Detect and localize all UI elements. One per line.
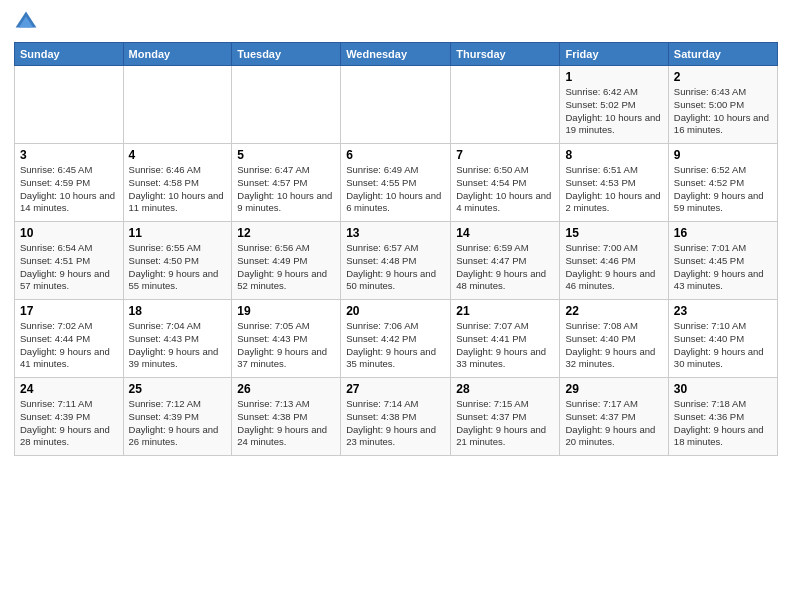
day-cell: 19Sunrise: 7:05 AM Sunset: 4:43 PM Dayli… [232,300,341,378]
day-cell: 26Sunrise: 7:13 AM Sunset: 4:38 PM Dayli… [232,378,341,456]
day-cell: 20Sunrise: 7:06 AM Sunset: 4:42 PM Dayli… [341,300,451,378]
day-info: Sunrise: 7:13 AM Sunset: 4:38 PM Dayligh… [237,398,335,449]
day-number: 30 [674,382,772,396]
day-info: Sunrise: 6:54 AM Sunset: 4:51 PM Dayligh… [20,242,118,293]
day-number: 28 [456,382,554,396]
day-number: 21 [456,304,554,318]
day-info: Sunrise: 6:43 AM Sunset: 5:00 PM Dayligh… [674,86,772,137]
day-cell [123,66,232,144]
day-cell: 1Sunrise: 6:42 AM Sunset: 5:02 PM Daylig… [560,66,668,144]
day-cell: 12Sunrise: 6:56 AM Sunset: 4:49 PM Dayli… [232,222,341,300]
weekday-header-monday: Monday [123,43,232,66]
day-number: 11 [129,226,227,240]
day-info: Sunrise: 7:06 AM Sunset: 4:42 PM Dayligh… [346,320,445,371]
day-cell [232,66,341,144]
day-number: 18 [129,304,227,318]
day-info: Sunrise: 7:15 AM Sunset: 4:37 PM Dayligh… [456,398,554,449]
day-number: 6 [346,148,445,162]
day-cell: 10Sunrise: 6:54 AM Sunset: 4:51 PM Dayli… [15,222,124,300]
day-cell: 27Sunrise: 7:14 AM Sunset: 4:38 PM Dayli… [341,378,451,456]
logo [14,10,42,34]
day-number: 19 [237,304,335,318]
day-number: 17 [20,304,118,318]
day-info: Sunrise: 6:46 AM Sunset: 4:58 PM Dayligh… [129,164,227,215]
day-number: 16 [674,226,772,240]
weekday-header-row: SundayMondayTuesdayWednesdayThursdayFrid… [15,43,778,66]
day-info: Sunrise: 7:14 AM Sunset: 4:38 PM Dayligh… [346,398,445,449]
day-info: Sunrise: 7:08 AM Sunset: 4:40 PM Dayligh… [565,320,662,371]
day-cell: 15Sunrise: 7:00 AM Sunset: 4:46 PM Dayli… [560,222,668,300]
day-cell [451,66,560,144]
day-info: Sunrise: 6:50 AM Sunset: 4:54 PM Dayligh… [456,164,554,215]
day-info: Sunrise: 6:47 AM Sunset: 4:57 PM Dayligh… [237,164,335,215]
day-number: 27 [346,382,445,396]
day-info: Sunrise: 7:00 AM Sunset: 4:46 PM Dayligh… [565,242,662,293]
day-cell: 18Sunrise: 7:04 AM Sunset: 4:43 PM Dayli… [123,300,232,378]
week-row-2: 3Sunrise: 6:45 AM Sunset: 4:59 PM Daylig… [15,144,778,222]
day-info: Sunrise: 7:18 AM Sunset: 4:36 PM Dayligh… [674,398,772,449]
day-number: 3 [20,148,118,162]
day-number: 25 [129,382,227,396]
week-row-3: 10Sunrise: 6:54 AM Sunset: 4:51 PM Dayli… [15,222,778,300]
day-info: Sunrise: 6:52 AM Sunset: 4:52 PM Dayligh… [674,164,772,215]
day-cell: 13Sunrise: 6:57 AM Sunset: 4:48 PM Dayli… [341,222,451,300]
day-number: 4 [129,148,227,162]
day-info: Sunrise: 7:01 AM Sunset: 4:45 PM Dayligh… [674,242,772,293]
day-info: Sunrise: 7:05 AM Sunset: 4:43 PM Dayligh… [237,320,335,371]
weekday-header-saturday: Saturday [668,43,777,66]
day-number: 22 [565,304,662,318]
day-number: 12 [237,226,335,240]
day-info: Sunrise: 7:07 AM Sunset: 4:41 PM Dayligh… [456,320,554,371]
day-info: Sunrise: 7:02 AM Sunset: 4:44 PM Dayligh… [20,320,118,371]
day-number: 10 [20,226,118,240]
day-cell: 6Sunrise: 6:49 AM Sunset: 4:55 PM Daylig… [341,144,451,222]
weekday-header-wednesday: Wednesday [341,43,451,66]
day-cell: 7Sunrise: 6:50 AM Sunset: 4:54 PM Daylig… [451,144,560,222]
day-number: 7 [456,148,554,162]
day-number: 14 [456,226,554,240]
weekday-header-tuesday: Tuesday [232,43,341,66]
day-info: Sunrise: 6:42 AM Sunset: 5:02 PM Dayligh… [565,86,662,137]
day-info: Sunrise: 6:45 AM Sunset: 4:59 PM Dayligh… [20,164,118,215]
day-number: 23 [674,304,772,318]
day-info: Sunrise: 6:57 AM Sunset: 4:48 PM Dayligh… [346,242,445,293]
weekday-header-sunday: Sunday [15,43,124,66]
page-header [14,10,778,34]
day-cell: 23Sunrise: 7:10 AM Sunset: 4:40 PM Dayli… [668,300,777,378]
day-number: 24 [20,382,118,396]
day-info: Sunrise: 7:10 AM Sunset: 4:40 PM Dayligh… [674,320,772,371]
week-row-4: 17Sunrise: 7:02 AM Sunset: 4:44 PM Dayli… [15,300,778,378]
day-info: Sunrise: 7:11 AM Sunset: 4:39 PM Dayligh… [20,398,118,449]
day-cell [15,66,124,144]
day-cell: 24Sunrise: 7:11 AM Sunset: 4:39 PM Dayli… [15,378,124,456]
day-number: 15 [565,226,662,240]
day-cell: 11Sunrise: 6:55 AM Sunset: 4:50 PM Dayli… [123,222,232,300]
day-cell: 9Sunrise: 6:52 AM Sunset: 4:52 PM Daylig… [668,144,777,222]
week-row-1: 1Sunrise: 6:42 AM Sunset: 5:02 PM Daylig… [15,66,778,144]
day-cell [341,66,451,144]
day-cell: 8Sunrise: 6:51 AM Sunset: 4:53 PM Daylig… [560,144,668,222]
day-cell: 28Sunrise: 7:15 AM Sunset: 4:37 PM Dayli… [451,378,560,456]
day-cell: 14Sunrise: 6:59 AM Sunset: 4:47 PM Dayli… [451,222,560,300]
day-info: Sunrise: 6:55 AM Sunset: 4:50 PM Dayligh… [129,242,227,293]
week-row-5: 24Sunrise: 7:11 AM Sunset: 4:39 PM Dayli… [15,378,778,456]
day-info: Sunrise: 7:17 AM Sunset: 4:37 PM Dayligh… [565,398,662,449]
day-number: 29 [565,382,662,396]
day-cell: 3Sunrise: 6:45 AM Sunset: 4:59 PM Daylig… [15,144,124,222]
day-cell: 25Sunrise: 7:12 AM Sunset: 4:39 PM Dayli… [123,378,232,456]
day-info: Sunrise: 6:59 AM Sunset: 4:47 PM Dayligh… [456,242,554,293]
weekday-header-thursday: Thursday [451,43,560,66]
day-cell: 30Sunrise: 7:18 AM Sunset: 4:36 PM Dayli… [668,378,777,456]
day-cell: 4Sunrise: 6:46 AM Sunset: 4:58 PM Daylig… [123,144,232,222]
calendar-table: SundayMondayTuesdayWednesdayThursdayFrid… [14,42,778,456]
day-number: 2 [674,70,772,84]
day-number: 9 [674,148,772,162]
page-container: SundayMondayTuesdayWednesdayThursdayFrid… [0,0,792,464]
day-number: 20 [346,304,445,318]
day-number: 13 [346,226,445,240]
day-cell: 22Sunrise: 7:08 AM Sunset: 4:40 PM Dayli… [560,300,668,378]
day-info: Sunrise: 6:49 AM Sunset: 4:55 PM Dayligh… [346,164,445,215]
day-cell: 21Sunrise: 7:07 AM Sunset: 4:41 PM Dayli… [451,300,560,378]
day-info: Sunrise: 6:51 AM Sunset: 4:53 PM Dayligh… [565,164,662,215]
day-info: Sunrise: 7:12 AM Sunset: 4:39 PM Dayligh… [129,398,227,449]
